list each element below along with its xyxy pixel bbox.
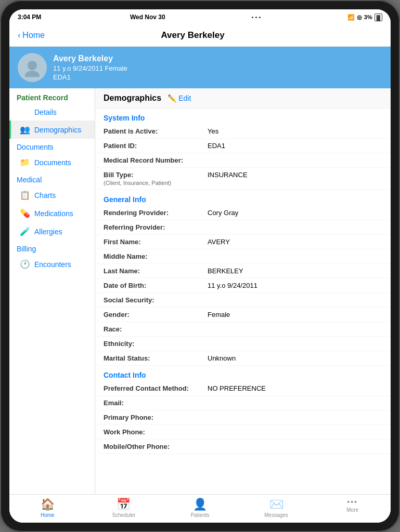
- edit-label: Edit: [178, 94, 191, 102]
- label-patient-active: Patient is Active:: [104, 127, 208, 135]
- field-bill-type: Bill Type: (Client, Insurance, Patient) …: [95, 168, 391, 190]
- sidebar-item-charts[interactable]: 📋 Charts: [9, 186, 95, 204]
- status-center-dots: [252, 17, 261, 18]
- patient-name: Avery Berkeley: [53, 54, 127, 63]
- patients-icon: 👤: [193, 498, 207, 511]
- label-primary-phone: Primary Phone:: [104, 414, 208, 421]
- status-time: 3:04 PM: [18, 14, 41, 21]
- back-chevron-icon: ‹: [18, 31, 20, 40]
- label-rendering-provider: Rendering Provider:: [104, 209, 208, 217]
- tab-scheduler[interactable]: 📅 Scheduler: [108, 498, 139, 518]
- pencil-icon: ✏️: [167, 94, 176, 102]
- sidebar-encounters-label: Encounters: [34, 260, 71, 269]
- battery-icon: ▓: [375, 14, 382, 21]
- sidebar-medications-label: Medications: [34, 209, 73, 218]
- screen: 3:04 PM Wed Nov 30 📶 ◎ 3% ▓ ‹ Home Avery…: [9, 9, 391, 523]
- label-preferred-contact: Preferred Contact Method:: [104, 384, 208, 392]
- field-preferred-contact: Preferred Contact Method: NO PREFERENCE: [95, 381, 391, 396]
- back-button[interactable]: ‹ Home: [18, 31, 45, 40]
- bill-type-sublabel: (Client, Insurance, Patient): [104, 180, 171, 186]
- label-referring-provider: Referring Provider:: [104, 223, 208, 231]
- label-gender: Gender:: [104, 311, 208, 318]
- tab-more[interactable]: ••• More: [337, 498, 368, 518]
- value-last-name: BERKELEY: [208, 267, 243, 275]
- dot3: [259, 17, 261, 18]
- battery-label: 3%: [364, 14, 372, 20]
- dot2: [255, 17, 257, 18]
- sidebar-documents-label: Documents: [34, 158, 71, 167]
- tab-messages[interactable]: ✉️ Messages: [261, 498, 292, 518]
- patient-record-header: Patient Record: [9, 88, 95, 104]
- allergies-icon: 🧪: [20, 227, 30, 236]
- field-marital-status: Marital Status: Unknown: [95, 351, 391, 366]
- tab-messages-label: Messages: [264, 512, 288, 518]
- tab-home[interactable]: 🏠 Home: [32, 498, 63, 518]
- more-icon: •••: [347, 498, 358, 506]
- value-bill-type: INSURANCE: [208, 171, 248, 179]
- field-first-name: First Name: AVERY: [95, 235, 391, 249]
- tab-patients-label: Patients: [190, 512, 209, 518]
- value-gender: Female: [208, 311, 230, 318]
- dot1: [252, 17, 253, 18]
- value-patient-id: EDA1: [208, 142, 225, 150]
- main-content: Demographics ✏️ Edit System Info Patient…: [95, 88, 391, 494]
- sidebar-item-demographics[interactable]: 👥 Demographics: [9, 121, 95, 139]
- value-patient-active: Yes: [208, 127, 218, 135]
- sidebar-item-allergies[interactable]: 🧪 Allergies: [9, 222, 95, 241]
- sidebar-charts-label: Charts: [34, 191, 56, 200]
- demographics-icon: 👥: [20, 125, 30, 135]
- nav-title: Avery Berkeley: [161, 30, 224, 41]
- value-preferred-contact: NO PREFERENCE: [208, 384, 266, 392]
- scheduler-icon: 📅: [117, 498, 131, 511]
- field-email: Email:: [95, 396, 391, 410]
- sidebar-allergies-label: Allergies: [34, 228, 62, 236]
- field-last-name: Last Name: BERKELEY: [95, 264, 391, 278]
- tab-patients[interactable]: 👤 Patients: [184, 498, 215, 518]
- field-patient-active: Patient is Active: Yes: [95, 124, 391, 139]
- edit-button[interactable]: ✏️ Edit: [167, 94, 191, 102]
- label-dob: Date of Birth:: [104, 282, 208, 289]
- patient-id: EDA1: [53, 73, 127, 81]
- patient-avatar: [18, 53, 47, 82]
- field-mobile-phone: Mobile/Other Phone:: [95, 440, 391, 454]
- sidebar-item-documents[interactable]: 📁 Documents: [9, 153, 95, 171]
- svg-point-1: [25, 71, 40, 77]
- label-ssn: Social Security:: [104, 296, 208, 304]
- messages-icon: ✉️: [269, 498, 283, 511]
- sidebar-item-details[interactable]: Details: [9, 104, 95, 121]
- back-label: Home: [22, 31, 45, 40]
- label-patient-id: Patient ID:: [104, 142, 208, 150]
- sidebar: Patient Record Details 👥 Demographics Do…: [9, 88, 95, 494]
- field-work-phone: Work Phone:: [95, 425, 391, 440]
- field-middle-name: Middle Name:: [95, 249, 391, 264]
- label-middle-name: Middle Name:: [104, 252, 208, 260]
- section-title: Demographics: [104, 94, 161, 103]
- sidebar-demographics-label: Demographics: [34, 126, 81, 134]
- device-frame: 3:04 PM Wed Nov 30 📶 ◎ 3% ▓ ‹ Home Avery…: [0, 0, 400, 532]
- svg-point-0: [28, 61, 37, 70]
- field-ssn: Social Security:: [95, 293, 391, 308]
- field-gender: Gender: Female: [95, 308, 391, 322]
- home-icon: 🏠: [41, 498, 55, 511]
- label-medical-record: Medical Record Number:: [104, 156, 208, 164]
- label-bill-type: Bill Type: (Client, Insurance, Patient): [104, 171, 208, 187]
- tab-more-label: More: [346, 507, 358, 513]
- system-info-header: System Info: [95, 109, 391, 124]
- field-medical-record: Medical Record Number:: [95, 153, 391, 168]
- field-ethnicity: Ethnicity:: [95, 337, 391, 351]
- value-rendering-provider: Cory Gray: [208, 209, 238, 217]
- section-toolbar: Demographics ✏️ Edit: [95, 88, 391, 109]
- patient-info: Avery Berkeley 11 y.o 9/24/2011 Female E…: [53, 54, 127, 81]
- label-mobile-phone: Mobile/Other Phone:: [104, 443, 208, 450]
- contact-info-header: Contact Info: [95, 366, 391, 381]
- value-dob: 11 y.o 9/24/2011: [208, 282, 257, 289]
- field-rendering-provider: Rendering Provider: Cory Gray: [95, 206, 391, 220]
- medications-icon: 💊: [20, 208, 30, 218]
- sidebar-item-medications[interactable]: 💊 Medications: [9, 204, 95, 222]
- sidebar-item-encounters[interactable]: 🕐 Encounters: [9, 255, 95, 273]
- wifi-icon: 📶: [347, 14, 355, 21]
- medical-category: Medical: [9, 171, 95, 186]
- status-date: Wed Nov 30: [130, 14, 165, 21]
- label-work-phone: Work Phone:: [104, 428, 208, 436]
- field-dob: Date of Birth: 11 y.o 9/24/2011: [95, 278, 391, 293]
